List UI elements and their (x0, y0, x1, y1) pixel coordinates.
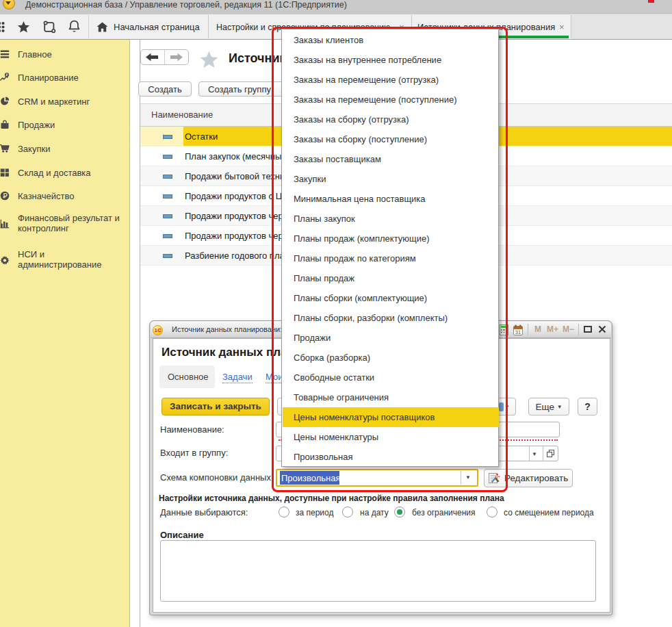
svg-text:31: 31 (515, 329, 521, 335)
